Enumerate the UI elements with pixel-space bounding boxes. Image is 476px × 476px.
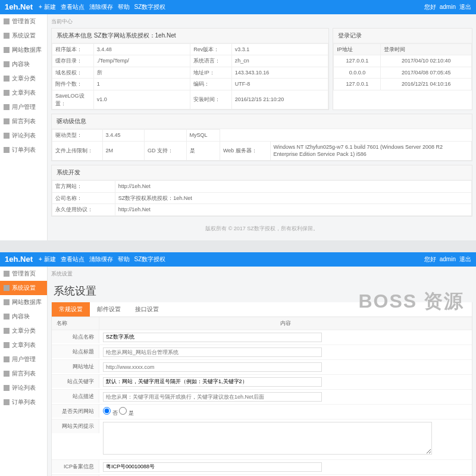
topbar: 1eh.Net + 新建 查看站点 清除缓存 帮助 SZ数字授权 您好 admi… bbox=[0, 0, 476, 14]
menu-icon bbox=[4, 33, 10, 39]
table-row: 文件上传限制：2MGD 支持：是Web 服务器：Windows NT IZhyf… bbox=[52, 141, 472, 160]
menu-icon bbox=[4, 76, 10, 82]
greet: 您好 bbox=[424, 3, 436, 11]
table-row: 附件个数：1编码：UTF-8 bbox=[52, 79, 328, 90]
menu-icon bbox=[4, 385, 10, 391]
sidebar-item-1[interactable]: 系统设置 bbox=[0, 29, 47, 43]
sidebar-item-8[interactable]: 评论列表 bbox=[0, 381, 47, 395]
sidebar-item-5[interactable]: 文章列表 bbox=[0, 86, 47, 100]
top-links: 您好 admin 退出 bbox=[424, 255, 471, 264]
field-1[interactable] bbox=[103, 347, 322, 357]
table-row: 缓存目录：./Temp/Temp/系统语言：zh_cn bbox=[52, 55, 328, 67]
table-row: 域名授权：所地址IP：143.343.10.16 bbox=[52, 67, 328, 79]
sidebar-item-6[interactable]: 用户管理 bbox=[0, 352, 47, 367]
nav-license[interactable]: SZ数字授权 bbox=[134, 3, 166, 11]
nav-new[interactable]: + 新建 bbox=[39, 3, 56, 11]
field-0[interactable] bbox=[103, 333, 322, 342]
logout-link[interactable]: 退出 bbox=[459, 3, 471, 11]
nav-license[interactable]: SZ数字授权 bbox=[134, 255, 166, 264]
tab-api[interactable]: 接口设置 bbox=[128, 302, 166, 317]
form-row: 网站地址 bbox=[52, 360, 472, 375]
sidebar-item-7[interactable]: 留言列表 bbox=[0, 367, 47, 381]
top-nav: + 新建 查看站点 清除缓存 帮助 SZ数字授权 bbox=[39, 255, 424, 264]
form-row: ICP备案信息 bbox=[52, 460, 472, 475]
sidebar: 管理首页系统设置网站数据库内容块文章分类文章列表用户管理留言列表评论列表订单列表 bbox=[0, 14, 48, 240]
sysinfo-title: 系统基本信息 SZ数字网站系统授权：1eh.Net bbox=[52, 29, 328, 43]
table-row: 程序版本：3.4.48Rev版本：v3.3.1 bbox=[52, 43, 328, 55]
greet: 您好 bbox=[424, 255, 436, 264]
menu-icon bbox=[4, 342, 10, 348]
login-table: IP地址登录时间127.0.0.12017/04/10 02:10:400.0.… bbox=[333, 43, 472, 90]
logo: 1eh.Net bbox=[5, 2, 33, 12]
breadcrumb: 系统设置 bbox=[51, 270, 472, 278]
field-3[interactable] bbox=[103, 377, 322, 387]
nav-view-site[interactable]: 查看站点 bbox=[61, 3, 84, 11]
nav-new[interactable]: + 新建 bbox=[39, 255, 56, 264]
sidebar-item-8[interactable]: 评论列表 bbox=[0, 129, 47, 143]
sidebar-item-4[interactable]: 文章分类 bbox=[0, 324, 47, 338]
radio-5-0[interactable] bbox=[103, 407, 111, 415]
field-6[interactable] bbox=[103, 422, 432, 455]
menu-icon bbox=[4, 371, 10, 377]
dev-table: 官方网站：http://1eh.Net公司名称：SZ数字授权系统授权：1eh.N… bbox=[52, 180, 472, 216]
menu-icon bbox=[4, 90, 10, 96]
menu-icon bbox=[4, 133, 10, 139]
tab-general[interactable]: 常规设置 bbox=[52, 302, 90, 317]
sidebar-item-6[interactable]: 用户管理 bbox=[0, 100, 47, 114]
sidebar-item-9[interactable]: 订单列表 bbox=[0, 143, 47, 157]
sidebar-item-7[interactable]: 留言列表 bbox=[0, 114, 47, 129]
form-row: 站点名称 bbox=[52, 330, 472, 345]
sidebar-item-0[interactable]: 管理首页 bbox=[0, 267, 47, 281]
logo: 1eh.Net bbox=[5, 254, 33, 265]
table-row: 官方网站：http://1eh.Net bbox=[52, 180, 472, 192]
menu-icon bbox=[4, 285, 10, 291]
tab-email[interactable]: 邮件设置 bbox=[90, 302, 128, 317]
logout-link[interactable]: 退出 bbox=[459, 255, 471, 264]
menu-icon bbox=[4, 18, 10, 24]
topbar: 1eh.Net + 新建 查看站点 清除缓存 帮助 SZ数字授权 您好 admi… bbox=[0, 252, 476, 267]
sidebar-item-3[interactable]: 内容块 bbox=[0, 57, 47, 71]
nav-clear-cache[interactable]: 清除缓存 bbox=[89, 255, 113, 264]
table-row: 驱动类型：3.4.45MySQL bbox=[52, 130, 472, 142]
field-2[interactable] bbox=[103, 362, 322, 372]
table-row: 127.0.0.12016/12/21 04:10:16 bbox=[334, 79, 472, 90]
user-link[interactable]: admin bbox=[440, 3, 456, 11]
nav-help[interactable]: 帮助 bbox=[118, 3, 130, 11]
driver-title: 驱动级信息 bbox=[52, 114, 472, 129]
sidebar-item-2[interactable]: 网站数据库 bbox=[0, 295, 47, 309]
menu-icon bbox=[4, 47, 10, 53]
form-row: 是否关闭网站 否 是 bbox=[52, 405, 472, 420]
menu-icon bbox=[4, 299, 10, 305]
sidebar-item-0[interactable]: 管理首页 bbox=[0, 14, 47, 29]
user-link[interactable]: admin bbox=[440, 255, 456, 264]
dev-title: 系统开发 bbox=[52, 165, 472, 180]
radio-5-1[interactable] bbox=[119, 407, 127, 415]
menu-icon bbox=[4, 61, 10, 67]
form-row: 网站关闭提示 bbox=[52, 419, 472, 460]
table-row: 公司名称：SZ数字授权系统授权：1eh.Net bbox=[52, 192, 472, 204]
sidebar-item-2[interactable]: 网站数据库 bbox=[0, 43, 47, 57]
driver-table: 驱动类型：3.4.45MySQL文件上传限制：2MGD 支持：是Web 服务器：… bbox=[52, 129, 472, 161]
sidebar-item-1[interactable]: 系统设置 bbox=[0, 281, 47, 295]
form-row: 站点标题 bbox=[52, 345, 472, 360]
sidebar-item-3[interactable]: 内容块 bbox=[0, 309, 47, 324]
page-title: 系统设置 bbox=[51, 280, 472, 302]
login-title: 登录记录 bbox=[333, 29, 472, 43]
settings-form: 站点名称站点标题网站地址站点关键字站点描述是否关闭网站 否 是网站关闭提示ICP… bbox=[52, 330, 472, 476]
form-row: 站点关键字 bbox=[52, 375, 472, 390]
field-4[interactable] bbox=[103, 392, 322, 402]
tabs: 常规设置 邮件设置 接口设置 bbox=[52, 302, 472, 317]
table-row: 永久使用协议：http://1eh.Net bbox=[52, 204, 472, 216]
nav-help[interactable]: 帮助 bbox=[118, 255, 130, 264]
nav-view-site[interactable]: 查看站点 bbox=[61, 255, 84, 264]
top-nav: + 新建 查看站点 清除缓存 帮助 SZ数字授权 bbox=[39, 3, 424, 11]
sidebar: 管理首页系统设置网站数据库内容块文章分类文章列表用户管理留言列表评论列表订单列表 bbox=[0, 267, 48, 476]
top-links: 您好 admin 退出 bbox=[424, 3, 471, 11]
breadcrumb: 当前中心 bbox=[51, 18, 472, 26]
sidebar-item-4[interactable]: 文章分类 bbox=[0, 71, 47, 86]
nav-clear-cache[interactable]: 清除缓存 bbox=[89, 3, 113, 11]
sidebar-item-9[interactable]: 订单列表 bbox=[0, 395, 47, 409]
table-row: 0.0.0.02017/04/08 07:05:45 bbox=[334, 67, 472, 79]
sidebar-item-5[interactable]: 文章列表 bbox=[0, 338, 47, 352]
field-7[interactable] bbox=[103, 462, 322, 472]
